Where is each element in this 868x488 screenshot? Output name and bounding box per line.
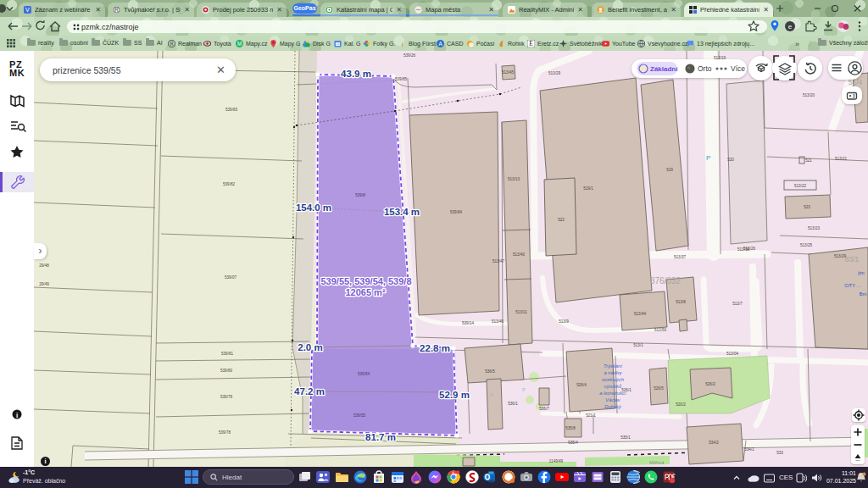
svg-text:520/2: 520/2 [676, 402, 686, 407]
svg-text:513/11: 513/11 [515, 310, 527, 314]
svg-text:536/1: 536/1 [508, 402, 518, 406]
svg-text:376/032: 376/032 [650, 276, 682, 286]
svg-text:153.4 m: 153.4 m [384, 207, 420, 217]
svg-text:539/26: 539/26 [403, 53, 415, 58]
svg-text:513/29: 513/29 [548, 71, 560, 75]
svg-text:513/26: 513/26 [743, 247, 755, 251]
svg-text:539/84: 539/84 [450, 210, 462, 214]
svg-text:522: 522 [558, 218, 565, 222]
svg-text:P: P [706, 154, 710, 162]
svg-text:52.9 m: 52.9 m [439, 390, 470, 400]
svg-text:i: i [401, 41, 403, 47]
svg-text:539/8: 539/8 [355, 193, 365, 197]
svg-text:83/1: 83/1 [845, 255, 860, 263]
svg-text:81.7 m: 81.7 m [365, 432, 396, 442]
svg-text:533: 533 [776, 451, 783, 455]
svg-text:i: i [44, 458, 46, 465]
svg-text:513/04: 513/04 [726, 352, 738, 356]
svg-text:47.2 m: 47.2 m [294, 386, 325, 396]
svg-text:154.0 m: 154.0 m [296, 202, 331, 213]
svg-text:V: V [25, 6, 30, 14]
svg-text:513/22: 513/22 [794, 184, 806, 188]
svg-text:513/37: 513/37 [674, 255, 686, 259]
svg-text:12065 m²: 12065 m² [345, 287, 385, 297]
svg-text:539/85: 539/85 [395, 77, 407, 81]
svg-text:a nátěry: a nátěry [604, 370, 623, 375]
svg-text:43.9 m: 43.9 m [341, 69, 371, 79]
svg-text:535/1: 535/1 [620, 435, 631, 440]
svg-text:výrobků: výrobků [604, 384, 622, 389]
svg-text:Miliřová: Miliřová [649, 460, 664, 465]
svg-text:523: 523 [804, 205, 810, 209]
svg-text:P: P [522, 387, 526, 392]
svg-text:539/55, 539/54, 539/8: 539/55, 539/54, 539/8 [320, 276, 411, 286]
svg-text:526/5: 526/5 [654, 386, 664, 391]
svg-text:513/47: 513/47 [492, 259, 504, 263]
svg-text:513/44: 513/44 [634, 312, 646, 316]
svg-text:539/82: 539/82 [223, 182, 235, 186]
svg-text:513/7: 513/7 [732, 302, 743, 306]
svg-text:534/2: 534/2 [709, 441, 719, 445]
svg-text:539/55: 539/55 [353, 413, 365, 418]
svg-text:513/50: 513/50 [654, 328, 666, 332]
svg-text:513/40: 513/40 [513, 252, 525, 257]
svg-text:E: E [529, 41, 533, 47]
svg-text:539/14: 539/14 [462, 321, 474, 325]
svg-text:513/8: 513/8 [676, 300, 686, 304]
svg-text:536/7: 536/7 [539, 407, 549, 411]
svg-text:1149/49: 1149/49 [549, 459, 564, 463]
svg-text:Brn: Brn [860, 291, 867, 297]
svg-text:e: e [788, 23, 793, 30]
svg-text:539/83: 539/83 [225, 108, 237, 112]
svg-text:513/20: 513/20 [803, 93, 815, 97]
svg-text:R: R [170, 41, 174, 47]
svg-text:29/48: 29/48 [39, 263, 49, 268]
svg-text:513/1: 513/1 [633, 343, 643, 347]
svg-text:jtm: jtm [857, 270, 865, 275]
svg-text:a konstrukcí: a konstrukcí [599, 391, 627, 396]
svg-text:2.0 m: 2.0 m [298, 342, 322, 352]
svg-text:Dubský: Dubský [604, 404, 621, 409]
svg-text:22.8 m: 22.8 m [420, 343, 450, 353]
svg-text:R: R [114, 7, 119, 13]
svg-text:519/1: 519/1 [583, 186, 593, 191]
svg-text:513/23: 513/23 [808, 226, 820, 230]
svg-text:Václav: Václav [605, 397, 621, 402]
svg-text:539/78: 539/78 [219, 430, 231, 435]
svg-text:535/4: 535/4 [568, 441, 578, 445]
svg-text:513/46: 513/46 [492, 319, 504, 324]
svg-text:513/21: 513/21 [835, 157, 847, 161]
svg-text:29/49: 29/49 [39, 282, 49, 286]
svg-text:M: M [237, 41, 242, 47]
svg-text:513/45: 513/45 [502, 70, 514, 75]
svg-text:513/9: 513/9 [559, 319, 569, 324]
svg-text:535/8: 535/8 [565, 426, 576, 430]
svg-text:520: 520 [727, 158, 734, 162]
svg-text:519: 519 [666, 168, 673, 172]
svg-text:513/13: 513/13 [508, 177, 520, 181]
svg-text:CITY …: CITY … [844, 283, 860, 288]
svg-text:539/54: 539/54 [358, 372, 370, 376]
svg-text:536/5: 536/5 [485, 369, 495, 374]
svg-text:Trýskání: Trýskání [604, 363, 623, 369]
svg-text:539/81: 539/81 [221, 352, 233, 356]
svg-text:539/07: 539/07 [225, 275, 236, 280]
svg-text:539/80: 539/80 [220, 369, 232, 373]
svg-text:12: 12 [336, 42, 340, 46]
svg-text:526/2: 526/2 [705, 382, 715, 386]
svg-text:521: 521 [805, 158, 812, 163]
svg-text:ocelových: ocelových [602, 377, 624, 382]
svg-text:521/1: 521/1 [586, 413, 596, 418]
svg-text:526/4: 526/4 [576, 383, 587, 387]
svg-text:539/79: 539/79 [220, 395, 232, 399]
svg-text:P: P [490, 392, 493, 397]
svg-text:534/1: 534/1 [744, 447, 754, 452]
svg-text:513/25: 513/25 [800, 243, 812, 247]
